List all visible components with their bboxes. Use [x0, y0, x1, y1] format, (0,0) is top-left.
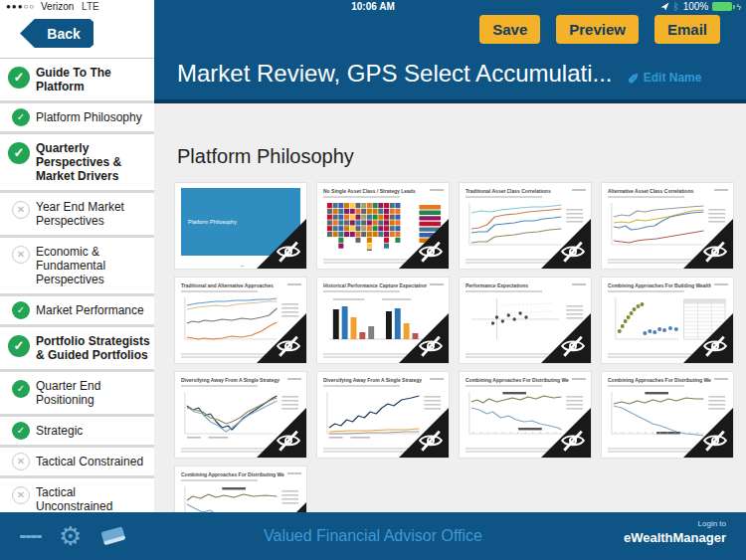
- header: Save Preview Email Market Review, GPS Se…: [154, 0, 746, 103]
- save-button[interactable]: Save: [479, 15, 540, 44]
- network-label: LTE: [82, 1, 99, 12]
- slide-subtitle-bar: [466, 290, 542, 292]
- slide-title: Combining Approaches For Distributing We…: [181, 471, 284, 477]
- library-book-icon[interactable]: [98, 524, 128, 548]
- login-to-label: Login to: [624, 519, 726, 528]
- hidden-eye-icon: [701, 241, 729, 265]
- preview-button[interactable]: Preview: [556, 15, 639, 44]
- sidebar-item-label: Strategic: [36, 424, 83, 438]
- sidebar-item-label: Platform Philosophy: [36, 110, 142, 124]
- slide-logo-mark: [430, 378, 444, 380]
- slide-title: Combining Approaches For Distributing We…: [608, 377, 711, 383]
- slide-title: Diversifying Away From A Single Strategy: [181, 377, 284, 383]
- check-circle-icon: ✓: [12, 301, 30, 319]
- edit-name-button[interactable]: ✎ Edit Name: [628, 70, 701, 86]
- hidden-eye-icon: [417, 430, 445, 454]
- slide-title: Alternative Asset Class Correlations: [608, 188, 711, 194]
- slide-logo-mark: [430, 283, 444, 285]
- slide-logo-mark: [287, 472, 301, 474]
- slide-thumbnail[interactable]: Alternative Asset Class Correlations: [601, 182, 734, 270]
- sidebar-item-label: Tactical Constrained: [36, 455, 143, 468]
- sidebar-item[interactable]: ✓Strategic: [0, 417, 154, 445]
- pencil-icon: ✎: [628, 70, 640, 86]
- sidebar: Back ✓Guide To The Platform✓Platform Phi…: [0, 0, 154, 512]
- slides-grid: Platform PhilosophyNo Single Asset Class…: [174, 182, 734, 512]
- sidebar-item-label: Tactical Unconstrained: [36, 485, 112, 513]
- slide-title: Combining Approaches For Building Wealth: [608, 282, 711, 288]
- slide-thumbnail[interactable]: Traditional and Alternative Approaches: [174, 277, 307, 364]
- slide-subtitle-bar: [323, 196, 400, 198]
- sidebar-item[interactable]: ✕Tactical Constrained: [0, 448, 154, 475]
- sidebar-item[interactable]: ✓Quarter End Positioning: [0, 372, 154, 414]
- back-button[interactable]: Back: [20, 19, 93, 48]
- hidden-eye-icon: [701, 430, 729, 454]
- slide-thumbnail[interactable]: Diversifying Away From A Single Strategy: [316, 371, 450, 459]
- location-icon: [660, 2, 669, 11]
- sidebar-item-list: ✓Guide To The Platform✓Platform Philosop…: [0, 59, 154, 523]
- slide-thumbnail[interactable]: Combining Approaches For Distributing We…: [601, 371, 734, 459]
- ewealthmanager-login[interactable]: Login to eWealthManager: [624, 519, 726, 546]
- settings-gear-icon[interactable]: ⚙: [59, 523, 82, 549]
- sidebar-item-label: Economic & Fundamental Perspectives: [36, 245, 105, 286]
- footer-icons: ⚙: [20, 512, 128, 560]
- slide-subtitle-bar: [466, 196, 542, 198]
- slide-thumbnail[interactable]: Platform Philosophy: [174, 182, 307, 270]
- sidebar-item[interactable]: ✕Economic & Fundamental Perspectives: [0, 238, 154, 293]
- hidden-slide-corner-badge: [257, 502, 306, 512]
- sidebar-item-label: Guide To The Platform: [36, 66, 111, 93]
- slide-title: Diversifying Away From A Single Strategy: [323, 377, 427, 383]
- hidden-eye-icon: [275, 335, 302, 359]
- x-circle-icon: ✕: [12, 246, 30, 264]
- title-slide-label: Platform Philosophy: [188, 219, 237, 225]
- slide-logo-mark: [714, 189, 728, 191]
- bluetooth-icon: ᛒ: [673, 1, 679, 12]
- sidebar-item[interactable]: ✓Quarterly Perspectives & Market Drivers: [0, 134, 154, 190]
- slide-logo-mark: [287, 283, 301, 285]
- slide-thumbnail[interactable]: Combining Approaches For Distributing We…: [174, 466, 307, 512]
- carrier-info: ●●●○○ Verizon LTE: [6, 1, 99, 12]
- office-name: Valued Financial Advisor Office: [264, 527, 482, 545]
- hidden-eye-icon: [559, 335, 587, 359]
- slide-thumbnail[interactable]: Combining Approaches For Distributing We…: [459, 371, 592, 459]
- check-circle-icon: ✓: [8, 142, 30, 164]
- x-circle-icon: ✕: [12, 486, 30, 504]
- section-title: Platform Philosophy: [177, 145, 354, 168]
- slide-title: No Single Asset Class / Strategy Leads: [323, 188, 427, 194]
- slide-title: Combining Approaches For Distributing We…: [466, 377, 569, 383]
- slide-thumbnail[interactable]: No Single Asset Class / Strategy Leads: [316, 182, 450, 270]
- slide-logo-mark: [572, 378, 586, 380]
- sidebar-item[interactable]: ✓Market Performance: [0, 296, 154, 324]
- sidebar-item[interactable]: ✕Year End Market Perspectives: [0, 193, 154, 235]
- edit-name-label: Edit Name: [644, 71, 702, 85]
- slide-thumbnail[interactable]: Diversifying Away From A Single Strategy: [174, 371, 307, 459]
- sidebar-item[interactable]: ✓Guide To The Platform: [0, 59, 154, 100]
- document-title: Market Review, GPS Select Accumulati...: [177, 60, 620, 88]
- slide-subtitle-bar: [608, 290, 684, 292]
- check-circle-icon: ✓: [12, 380, 30, 398]
- slide-title: Traditional and Alternative Approaches: [181, 282, 284, 288]
- header-actions: Save Preview Email: [479, 15, 720, 44]
- hidden-eye-icon: [559, 241, 587, 265]
- slide-logo-mark: [430, 189, 444, 191]
- sidebar-item[interactable]: ✓Platform Philosophy: [0, 103, 154, 131]
- status-icons: ᛒ 100% ϟ: [660, 1, 741, 12]
- slide-subtitle-bar: [466, 385, 542, 387]
- slide-thumbnail[interactable]: Performance Expectations: [459, 277, 592, 364]
- x-circle-icon: ✕: [12, 201, 30, 219]
- slide-title: Performance Expectations: [466, 282, 569, 288]
- menu-icon[interactable]: [20, 533, 42, 540]
- slide-thumbnail[interactable]: Traditional Asset Class Correlations: [459, 182, 592, 270]
- x-circle-icon: ✕: [12, 453, 30, 470]
- slide-logo-mark: [572, 283, 586, 285]
- hidden-eye-icon: [275, 430, 302, 454]
- battery-percent: 100%: [683, 1, 709, 12]
- sidebar-item[interactable]: ✓Portfolio Strategists & Guided Portfoli…: [0, 327, 154, 369]
- footer-bar: ⚙ Valued Financial Advisor Office Login …: [0, 512, 746, 560]
- check-circle-icon: ✓: [12, 108, 30, 126]
- slide-subtitle-bar: [608, 385, 684, 387]
- slide-thumbnail[interactable]: Combining Approaches For Building Wealth: [601, 277, 734, 364]
- slide-thumbnail[interactable]: Historical Performance Capture Expectati…: [316, 277, 450, 364]
- slide-title: Historical Performance Capture Expectati…: [323, 282, 427, 288]
- slide-subtitle-bar: [608, 196, 684, 198]
- email-button[interactable]: Email: [654, 15, 720, 44]
